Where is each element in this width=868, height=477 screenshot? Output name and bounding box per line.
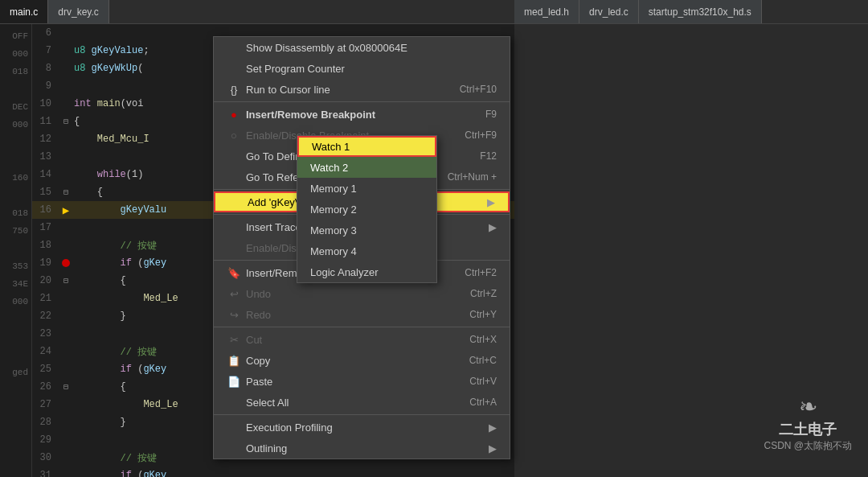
right-tab-bar: med_led.h drv_led.c startup_stm32f10x_hd… [514, 0, 868, 24]
code-line-31: 31 if (gKey [32, 467, 514, 477]
submenu-memory-3-label: Memory 3 [310, 224, 357, 236]
menu-sep-1 [214, 101, 510, 102]
breakpoint-indicator [62, 259, 70, 267]
tab-startup[interactable]: startup_stm32f10x_hd.s [639, 0, 762, 23]
submenu-watch: Watch 1 Watch 2 Memory 1 Memory 2 Memory… [297, 135, 437, 283]
tab-main-c-label: main.c [10, 6, 38, 18]
submenu-logic-analyzer[interactable]: Logic Analyzer [297, 261, 436, 282]
menu-show-disassembly[interactable]: Show Disassembly at 0x0800064E [214, 37, 510, 58]
tab-main-c[interactable]: main.c [0, 0, 48, 23]
submenu-logic-analyzer-label: Logic Analyzer [310, 266, 379, 278]
menu-paste[interactable]: 📄 Paste Ctrl+V [214, 371, 510, 392]
submenu-memory-3[interactable]: Memory 3 [297, 220, 436, 241]
tab-drv-led-c[interactable]: drv_led.c [579, 0, 639, 23]
submenu-watch-1[interactable]: Watch 1 [297, 136, 436, 157]
submenu-memory-4-label: Memory 4 [310, 245, 357, 257]
watermark: ❧ 二土电子 CSDN @太陈抱不动 [764, 393, 852, 453]
menu-set-program-counter[interactable]: Set Program Counter [214, 58, 510, 79]
watermark-sub: CSDN @太陈抱不动 [764, 439, 852, 453]
menu-sep-6 [214, 414, 510, 415]
submenu-memory-4[interactable]: Memory 4 [297, 241, 436, 261]
submenu-memory-2-label: Memory 2 [310, 204, 357, 216]
tab-med-led-h-label: med_led.h [524, 6, 569, 18]
menu-cut: ✂ Cut Ctrl+X [214, 329, 510, 350]
watermark-brand: 二土电子 [764, 420, 852, 439]
menu-undo: ↩ Undo Ctrl+Z [214, 283, 510, 304]
menu-execution-profiling[interactable]: Execution Profiling ▶ [214, 417, 510, 438]
menu-outlining[interactable]: Outlining ▶ [214, 438, 510, 458]
submenu-watch-2-label: Watch 2 [310, 162, 348, 174]
submenu-watch-1-label: Watch 1 [312, 141, 350, 153]
tab-drv-key-c-label: drv_key.c [58, 6, 98, 18]
submenu-memory-1[interactable]: Memory 1 [297, 178, 436, 199]
menu-redo: ↪ Redo Ctrl+Y [214, 304, 510, 325]
execution-arrow: ▶ [63, 204, 69, 217]
tab-drv-key-c[interactable]: drv_key.c [48, 0, 108, 23]
menu-select-all[interactable]: Select All Ctrl+A [214, 392, 510, 413]
left-tab-bar: main.c drv_key.c [0, 0, 514, 24]
tab-drv-led-c-label: drv_led.c [589, 6, 628, 18]
submenu-memory-1-label: Memory 1 [310, 183, 357, 195]
menu-sep-5 [214, 327, 510, 327]
menu-run-to-cursor[interactable]: {} Run to Cursor line Ctrl+F10 [214, 79, 510, 100]
menu-copy[interactable]: 📋 Copy Ctrl+C [214, 350, 510, 371]
submenu-memory-2[interactable]: Memory 2 [297, 199, 436, 220]
right-panel: med_led.h drv_led.c startup_stm32f10x_hd… [514, 0, 868, 477]
watermark-logo: ❧ [764, 393, 852, 420]
menu-insert-breakpoint[interactable]: ● Insert/Remove Breakpoint F9 [214, 104, 510, 125]
tab-startup-label: startup_stm32f10x_hd.s [649, 6, 751, 18]
submenu-watch-2[interactable]: Watch 2 [297, 157, 436, 178]
tab-med-led-h[interactable]: med_led.h [514, 0, 579, 23]
